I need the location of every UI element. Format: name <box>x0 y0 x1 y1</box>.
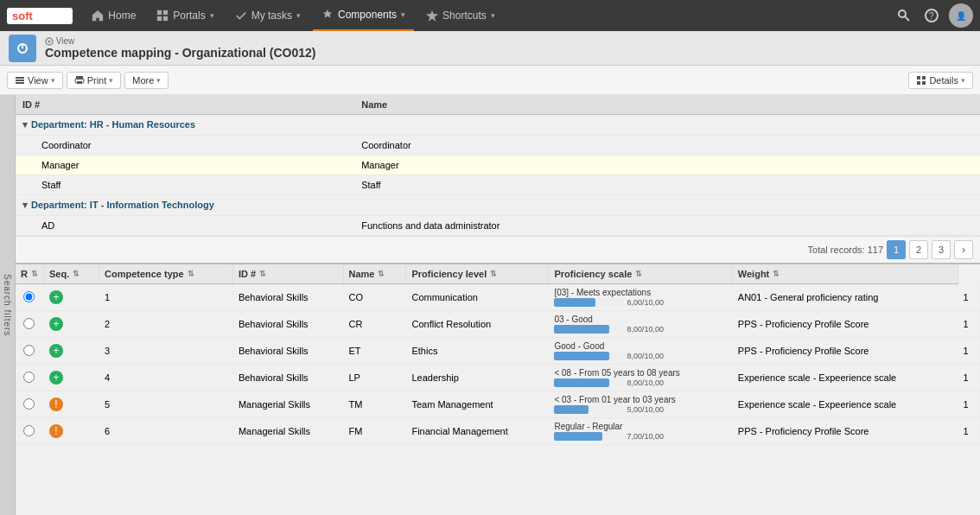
prof-level-cell: < 08 - From 05 years to 08 years 8,00/10… <box>549 365 732 391</box>
radio-cell <box>16 365 43 391</box>
radio-cell <box>16 418 43 445</box>
comp-type-cell: Behavioral Skills <box>232 365 343 391</box>
list-item[interactable]: + 4 Behavioral Skills LP Leadership < 08… <box>16 365 980 391</box>
svg-rect-18 <box>77 81 82 84</box>
seq-cell: 5 <box>99 391 232 418</box>
row-radio[interactable] <box>23 398 35 410</box>
table-row[interactable]: CoordinatorCoordinator <box>16 136 980 156</box>
prof-scale-cell: PPS - Proficiency Profile Score <box>732 311 958 338</box>
icon-cell: ! <box>43 391 99 418</box>
nav-components[interactable]: Components ▾ <box>313 0 414 31</box>
prof-level-cell: [03] - Meets expectations 6,00/10,00 <box>549 284 732 311</box>
weight-cell: 1 <box>958 365 979 391</box>
row-radio[interactable] <box>23 425 35 436</box>
breadcrumb-bar: View Competence mapping - Organizational… <box>0 31 980 66</box>
view-button[interactable]: View ▾ <box>7 72 63 89</box>
icon-cell: + <box>43 284 99 311</box>
radio-cell <box>16 284 43 311</box>
seq-cell: 4 <box>99 365 232 391</box>
row-radio[interactable] <box>23 345 35 356</box>
weight-cell: 1 <box>958 391 979 418</box>
list-item[interactable]: + 3 Behavioral Skills ET Ethics Good - G… <box>16 338 980 365</box>
breadcrumb: View Competence mapping - Organizational… <box>45 36 316 60</box>
prof-scale-cell: AN01 - General proficiency rating <box>732 284 958 311</box>
nav-home[interactable]: Home <box>83 0 144 31</box>
table-row[interactable]: ADFunctions and data administrator <box>16 216 980 236</box>
row-radio[interactable] <box>23 291 35 302</box>
weight-cell: 1 <box>958 338 979 365</box>
name-cell: Ethics <box>406 338 549 365</box>
svg-rect-3 <box>163 16 168 21</box>
svg-rect-0 <box>157 10 162 15</box>
svg-rect-22 <box>922 81 926 85</box>
weight-cell: 1 <box>958 418 979 445</box>
more-button[interactable]: More ▾ <box>124 72 169 89</box>
comp-type-cell: Managerial Skills <box>232 391 343 418</box>
list-item[interactable]: + 2 Behavioral Skills CR Conflict Resolu… <box>16 311 980 338</box>
name-cell: Communication <box>406 284 549 311</box>
col-idnum-header: ID #⇅ <box>232 264 343 284</box>
nav-portals[interactable]: Portals ▾ <box>148 0 222 31</box>
main-area: Search filters ID # Name ▾Department: HR… <box>0 95 980 515</box>
col-id: ID # <box>16 95 354 115</box>
seq-cell: 3 <box>99 338 232 365</box>
name-cell: Leadership <box>406 365 549 391</box>
table-row[interactable]: StaffStaff <box>16 175 980 195</box>
row-radio[interactable] <box>23 318 35 329</box>
row-radio[interactable] <box>23 372 35 383</box>
col-prof-level-header: Proficiency level⇅ <box>406 264 549 284</box>
comp-type-cell: Behavioral Skills <box>232 284 343 311</box>
add-icon[interactable]: + <box>49 371 63 385</box>
add-icon[interactable]: + <box>49 317 63 331</box>
col-seq-header: Seq.⇅ <box>43 264 99 284</box>
id-cell: LP <box>343 365 406 391</box>
top-table: ID # Name ▾Department: HR - Human Resour… <box>16 95 980 264</box>
page-2-button[interactable]: 2 <box>909 240 928 259</box>
prof-level-cell: Regular - Regular 7,00/10,00 <box>549 418 732 445</box>
id-cell: CO <box>343 284 406 311</box>
warn-icon[interactable]: ! <box>49 424 63 438</box>
list-item[interactable]: + 1 Behavioral Skills CO Communication [… <box>16 284 980 311</box>
nav-mytasks[interactable]: My tasks ▾ <box>226 0 309 31</box>
svg-rect-2 <box>157 16 162 21</box>
svg-rect-1 <box>163 10 168 15</box>
comp-type-cell: Behavioral Skills <box>232 338 343 365</box>
list-item[interactable]: ! 5 Managerial Skills TM Team Management… <box>16 391 980 418</box>
svg-rect-13 <box>16 77 24 79</box>
list-item[interactable]: ! 6 Managerial Skills FM Financial Manag… <box>16 418 980 445</box>
help-button[interactable]: ? <box>921 5 942 26</box>
nav-shortcuts[interactable]: Shortcuts ▾ <box>417 0 504 31</box>
svg-point-12 <box>48 41 51 43</box>
radio-cell <box>16 391 43 418</box>
name-cell: Conflict Resolution <box>406 311 549 338</box>
name-cell: Team Management <box>406 391 549 418</box>
search-button[interactable] <box>894 5 914 26</box>
icon-cell: + <box>43 365 99 391</box>
page-3-button[interactable]: 3 <box>932 240 951 259</box>
toolbar: View ▾ Print ▾ More ▾ Details ▾ <box>0 66 980 95</box>
next-page-button[interactable]: › <box>954 240 973 259</box>
prof-scale-cell: Experience scale - Expeerience scale <box>732 365 958 391</box>
details-button[interactable]: Details ▾ <box>908 72 973 89</box>
table-row[interactable]: ManagerManager <box>16 156 980 175</box>
content-area: ID # Name ▾Department: HR - Human Resour… <box>16 95 980 515</box>
svg-rect-15 <box>16 82 24 84</box>
comp-type-cell: Behavioral Skills <box>232 311 343 338</box>
col-comptype-header: Competence type⇅ <box>99 264 232 284</box>
id-cell: FM <box>343 418 406 445</box>
prof-scale-cell: PPS - Proficiency Profile Score <box>732 338 958 365</box>
print-button[interactable]: Print ▾ <box>67 72 122 89</box>
name-cell: Financial Management <box>406 418 549 445</box>
top-navigation: softExpert Home Portals ▾ My tasks ▾ Com… <box>0 0 980 31</box>
seq-cell: 6 <box>99 418 232 445</box>
search-filters-sidebar[interactable]: Search filters <box>0 95 16 515</box>
page-1-button[interactable]: 1 <box>887 240 906 259</box>
warn-icon[interactable]: ! <box>49 397 63 411</box>
svg-rect-21 <box>917 81 920 85</box>
add-icon[interactable]: + <box>49 290 63 304</box>
user-avatar[interactable]: 👤 <box>949 3 973 28</box>
prof-level-cell: Good - Good 8,00/10,00 <box>549 338 732 365</box>
svg-point-5 <box>899 10 906 17</box>
col-name: Name <box>354 95 980 115</box>
add-icon[interactable]: + <box>49 344 63 358</box>
